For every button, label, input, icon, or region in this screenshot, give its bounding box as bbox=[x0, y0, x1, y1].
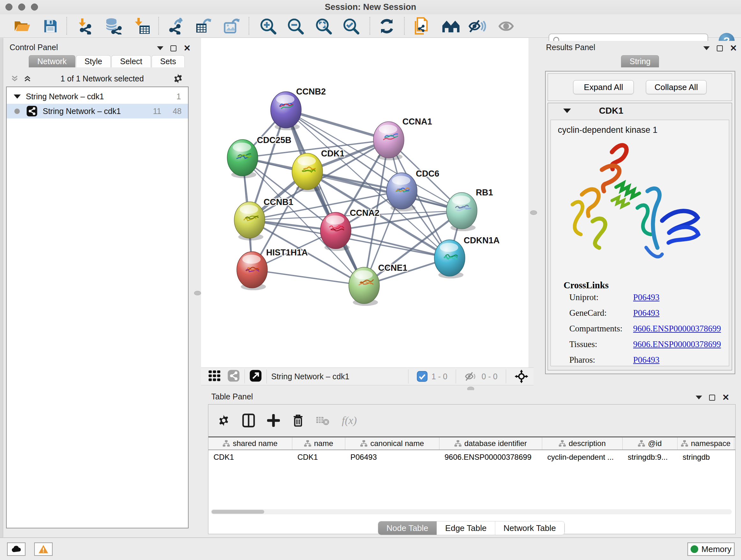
network-node-CDKN1A[interactable]: CDKN1A bbox=[434, 236, 500, 278]
collection-expander-icon[interactable] bbox=[14, 95, 21, 99]
network-edge-CCNB2-CCNA1[interactable] bbox=[286, 110, 389, 140]
selected-counts: 1 - 0 bbox=[431, 372, 448, 381]
tab-sets[interactable]: Sets bbox=[151, 55, 185, 67]
network-node-RB1[interactable]: RB1 bbox=[447, 188, 493, 231]
export-table-button[interactable] bbox=[194, 17, 213, 36]
maximize-panel-icon[interactable] bbox=[709, 395, 715, 401]
zoom-out-button[interactable] bbox=[286, 17, 305, 36]
titlebar: Session: New Session bbox=[0, 0, 741, 14]
maximize-panel-icon[interactable] bbox=[717, 45, 723, 51]
show-columns-icon[interactable] bbox=[242, 414, 255, 428]
table-settings-gear-icon[interactable] bbox=[217, 414, 230, 427]
import-table-button[interactable] bbox=[133, 17, 152, 36]
float-panel-icon[interactable] bbox=[703, 46, 710, 50]
tab-node-table[interactable]: Node Table bbox=[378, 521, 437, 535]
column-header-name[interactable]: name bbox=[292, 437, 345, 449]
refresh-icon bbox=[379, 18, 395, 35]
network-list: String Network – cdk1 1 String Network –… bbox=[6, 86, 189, 528]
birdseye-grid-icon[interactable] bbox=[208, 369, 221, 383]
network-node-CDC6[interactable]: CDC6 bbox=[387, 169, 440, 211]
view-share-icon[interactable] bbox=[227, 369, 240, 383]
memory-label: Memory bbox=[701, 544, 731, 554]
float-panel-icon[interactable] bbox=[696, 395, 702, 399]
crosslink-link[interactable]: P06493 bbox=[633, 293, 660, 302]
left-splitter[interactable] bbox=[192, 38, 201, 390]
right-splitter-handle[interactable] bbox=[530, 210, 537, 215]
right-splitter[interactable] bbox=[529, 38, 539, 368]
entry-header[interactable]: CDK1 bbox=[548, 103, 732, 118]
hidden-eye-slash-icon[interactable] bbox=[464, 371, 478, 382]
collapse-all-icon[interactable] bbox=[10, 74, 19, 83]
zoom-fit-button[interactable] bbox=[314, 17, 333, 36]
crosslink-link[interactable]: P06493 bbox=[633, 355, 660, 365]
warning-button[interactable] bbox=[34, 543, 53, 556]
node-label-RB1: RB1 bbox=[476, 188, 493, 197]
close-panel-icon[interactable]: ✕ bbox=[184, 45, 191, 51]
gear-icon[interactable] bbox=[173, 73, 184, 84]
table-horizontal-scrollbar[interactable] bbox=[211, 509, 732, 514]
tab-string[interactable]: String bbox=[621, 55, 659, 67]
column-header-canonical-name[interactable]: canonical name bbox=[345, 437, 440, 449]
network-node-CDC25B[interactable]: CDC25B bbox=[227, 135, 291, 178]
close-panel-icon[interactable]: ✕ bbox=[730, 45, 737, 51]
network-node-HIST1H1A[interactable]: HIST1H1A bbox=[237, 248, 308, 290]
network-edge-HIST1H1A-CCNE1[interactable] bbox=[252, 270, 364, 286]
network-node-CCNB2[interactable]: CCNB2 bbox=[271, 87, 326, 130]
center-view-icon[interactable] bbox=[515, 369, 529, 383]
close-panel-icon[interactable]: ✕ bbox=[722, 394, 730, 401]
column-header-namespace[interactable]: namespace bbox=[677, 437, 734, 449]
tab-select[interactable]: Select bbox=[111, 55, 151, 67]
entry-expander-icon[interactable] bbox=[563, 109, 571, 113]
memory-status-dot bbox=[690, 545, 698, 553]
zoom-selected-button[interactable] bbox=[341, 17, 360, 36]
delete-column-trash-icon[interactable] bbox=[292, 414, 304, 428]
tab-style[interactable]: Style bbox=[76, 55, 111, 67]
network-row-selected[interactable]: String Network – cdk1 11 48 bbox=[7, 104, 188, 118]
network-overview-button[interactable] bbox=[441, 17, 461, 36]
network-canvas[interactable]: CCNB2CCNA1CDC25BCDK1CDC6RB1CCNB1CCNA2CDK… bbox=[201, 38, 534, 368]
open-session-button[interactable] bbox=[13, 17, 32, 36]
crosslink-row: GeneCard:P06493 bbox=[569, 308, 729, 318]
expand-all-button[interactable]: Expand All bbox=[573, 80, 634, 94]
export-image-button[interactable] bbox=[222, 17, 241, 36]
column-header-description[interactable]: description bbox=[542, 437, 623, 449]
column-header-shared-name[interactable]: shared name bbox=[208, 437, 292, 449]
node-label-CDC6: CDC6 bbox=[416, 169, 440, 179]
detach-view-icon[interactable] bbox=[249, 369, 262, 383]
left-splitter-handle[interactable] bbox=[194, 291, 201, 295]
add-column-plus-icon[interactable] bbox=[267, 414, 280, 427]
expand-all-icon[interactable] bbox=[23, 74, 31, 83]
save-session-button[interactable] bbox=[41, 17, 60, 36]
table-row[interactable]: CDK1CDK1P064939606.ENSP00000378699cyclin… bbox=[208, 450, 735, 464]
tab-network-table[interactable]: Network Table bbox=[495, 521, 564, 535]
column-header-database-identifier[interactable]: database identifier bbox=[440, 437, 542, 449]
selected-checkbox-icon[interactable] bbox=[417, 371, 428, 382]
eye-icon bbox=[497, 18, 515, 34]
column-header-@id[interactable]: @id bbox=[623, 437, 677, 449]
collapse-all-button[interactable]: Collapse All bbox=[646, 80, 706, 94]
import-network-file-button[interactable] bbox=[77, 17, 96, 36]
crosslink-link[interactable]: 9606.ENSP00000378699 bbox=[633, 339, 721, 349]
cloud-button[interactable] bbox=[7, 543, 25, 556]
import-network-database-button[interactable] bbox=[104, 17, 123, 36]
zoom-in-button[interactable] bbox=[259, 17, 278, 36]
crosslink-link[interactable]: P06493 bbox=[633, 308, 660, 318]
network-collection-row[interactable]: String Network – cdk1 1 bbox=[7, 89, 188, 104]
network-node-CCNE1[interactable]: CCNE1 bbox=[349, 263, 408, 306]
scrollbar-thumb[interactable] bbox=[212, 510, 264, 514]
clone-network-button[interactable] bbox=[412, 17, 431, 36]
network-view-title: String Network – cdk1 bbox=[271, 372, 349, 381]
float-panel-icon[interactable] bbox=[157, 46, 163, 50]
show-all-button[interactable] bbox=[496, 17, 516, 36]
delete-table-icon-disabled bbox=[316, 415, 330, 426]
hide-selected-button[interactable] bbox=[468, 17, 487, 36]
tab-edge-table[interactable]: Edge Table bbox=[437, 521, 495, 535]
tab-network[interactable]: Network bbox=[29, 55, 75, 67]
refresh-button[interactable] bbox=[377, 17, 396, 36]
memory-button[interactable]: Memory bbox=[687, 543, 735, 556]
toolbar-separator bbox=[369, 17, 370, 35]
export-network-button[interactable] bbox=[166, 17, 185, 36]
maximize-panel-icon[interactable] bbox=[171, 45, 177, 51]
crosslink-link[interactable]: 9606.ENSP00000378699 bbox=[633, 324, 721, 334]
crosslink-row: Uniprot:P06493 bbox=[569, 293, 729, 302]
